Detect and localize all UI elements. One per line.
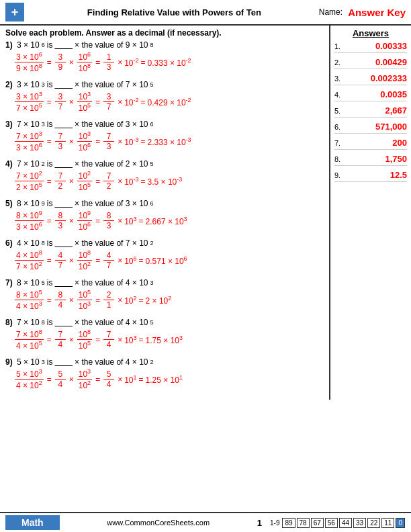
frac-step1: 7 4 bbox=[55, 330, 66, 349]
eq2: = bbox=[95, 216, 100, 226]
frac-step2: 108 105 bbox=[77, 328, 92, 351]
exp-pre: 3 bbox=[42, 121, 45, 128]
frac-main: 5 × 103 4 × 102 bbox=[15, 368, 44, 390]
exp-pre: 6 bbox=[42, 42, 45, 48]
frac-step1: 8 4 bbox=[55, 290, 66, 310]
exp-post: 8 bbox=[150, 42, 153, 48]
eq2: = bbox=[95, 375, 100, 384]
eq1: = bbox=[47, 137, 52, 146]
times1: × bbox=[69, 256, 74, 265]
instruction: Solve each problem. Answer as a decimal … bbox=[5, 28, 324, 38]
step5-val: 1.75 × 103 bbox=[146, 335, 183, 345]
frac-den: 3 × 106 bbox=[15, 221, 44, 232]
problem-num: 2) bbox=[5, 80, 13, 89]
problem-num: 1) bbox=[5, 40, 13, 50]
times2: × bbox=[118, 296, 122, 305]
exp-post: 6 bbox=[150, 121, 153, 128]
problem-num: 6) bbox=[5, 238, 13, 248]
answer-item-3: 3. 0.002333 bbox=[334, 73, 407, 85]
frac-step3: 8 3 bbox=[103, 211, 114, 230]
frac-step3: 2 1 bbox=[103, 290, 114, 310]
fraction-work-8: 7 × 108 4 × 105 = 7 4 × 108 105 = 7 4 × … bbox=[13, 328, 324, 351]
times2: × bbox=[118, 256, 122, 265]
eq2: = bbox=[95, 256, 100, 265]
problem-line-3: 3) 7 × 103 is × the value of 3 × 106 bbox=[5, 120, 324, 129]
answer-num: 6. bbox=[334, 123, 345, 131]
frac-step3: 7 4 bbox=[103, 330, 114, 349]
exp-pre: 8 bbox=[42, 240, 45, 247]
step4-exp: 10-3 bbox=[124, 136, 138, 147]
blank bbox=[54, 80, 73, 89]
footer-url: www.CommonCoreSheets.com bbox=[68, 519, 249, 527]
answer-num: 9. bbox=[334, 171, 345, 179]
blank bbox=[54, 40, 73, 50]
times1: × bbox=[69, 296, 74, 305]
logo: + bbox=[5, 3, 24, 21]
problem-4: 4) 7 × 102 is × the value of 2 × 105 7 ×… bbox=[5, 159, 324, 192]
page: + Finding Relative Value with Powers of … bbox=[0, 0, 411, 532]
step4-exp: 10-2 bbox=[124, 57, 138, 68]
times1: × bbox=[69, 97, 74, 107]
frac-den: 7 × 105 bbox=[15, 102, 44, 113]
answer-item-9: 9. 12.5 bbox=[334, 170, 407, 182]
eq3: = bbox=[141, 97, 146, 107]
frac-den: 7 × 102 bbox=[15, 261, 44, 271]
answer-value: 0.0035 bbox=[345, 89, 407, 99]
page-title: Finding Relative Value with Powers of Te… bbox=[30, 7, 319, 17]
step4-exp: 101 bbox=[124, 374, 136, 385]
score-box-7: 11 bbox=[381, 518, 394, 528]
score-box-5: 33 bbox=[353, 518, 366, 528]
problem-num: 5) bbox=[5, 199, 13, 208]
problem-line-4: 4) 7 × 102 is × the value of 2 × 105 bbox=[5, 159, 324, 169]
step4-exp: 102 bbox=[124, 295, 136, 306]
eq1: = bbox=[47, 335, 52, 345]
exp-pre: 2 bbox=[42, 161, 45, 167]
exp-pre: 3 bbox=[42, 359, 45, 365]
exp-pre: 8 bbox=[42, 319, 45, 326]
blank bbox=[54, 357, 73, 367]
frac-main: 3 × 103 7 × 105 bbox=[15, 91, 44, 113]
fraction-work-4: 7 × 102 2 × 105 = 7 2 × 102 105 = 7 2 × … bbox=[13, 170, 324, 192]
problem-line-6: 6) 4 × 108 is × the value of 7 × 102 bbox=[5, 238, 324, 248]
exp-post: 5 bbox=[150, 319, 153, 326]
eq2: = bbox=[95, 58, 100, 67]
answer-item-5: 5. 2,667 bbox=[334, 105, 407, 118]
step5-val: 3.5 × 10-3 bbox=[148, 176, 183, 187]
answer-num: 5. bbox=[334, 107, 345, 115]
answer-value: 0.00429 bbox=[345, 57, 407, 67]
exp-post: 3 bbox=[150, 279, 153, 286]
blank bbox=[54, 199, 73, 208]
frac-step1: 3 7 bbox=[55, 92, 66, 112]
frac-step3: 4 7 bbox=[103, 251, 114, 270]
answer-item-7: 7. 200 bbox=[334, 138, 407, 150]
score-box-2: 67 bbox=[311, 518, 324, 528]
blank bbox=[54, 238, 73, 248]
score-box-4: 44 bbox=[339, 518, 352, 528]
problem-1: 1) 3 × 106 is × the value of 9 × 108 3 ×… bbox=[5, 40, 324, 73]
frac-main: 7 × 103 3 × 106 bbox=[15, 130, 44, 152]
frac-step1: 7 2 bbox=[55, 171, 66, 191]
answer-num: 1. bbox=[334, 42, 345, 50]
answer-num: 7. bbox=[334, 139, 345, 147]
score-range: 1-9 bbox=[270, 519, 279, 527]
exp-pre: 9 bbox=[42, 200, 45, 207]
blank bbox=[54, 318, 73, 327]
frac-step3: 3 7 bbox=[103, 92, 114, 112]
problem-line-9: 9) 5 × 103 is × the value of 4 × 102 bbox=[5, 357, 324, 367]
eq2: = bbox=[95, 177, 100, 186]
header: + Finding Relative Value with Powers of … bbox=[0, 0, 411, 26]
answer-item-8: 8. 1,750 bbox=[334, 154, 407, 166]
frac-main: 7 × 102 2 × 105 bbox=[15, 170, 44, 192]
times1: × bbox=[69, 216, 74, 226]
frac-num: 3 × 103 bbox=[15, 91, 44, 102]
exp-post: 6 bbox=[150, 200, 153, 207]
frac-step3: 7 3 bbox=[103, 132, 114, 151]
eq3: = bbox=[141, 137, 146, 146]
frac-step3: 7 2 bbox=[103, 171, 114, 191]
score-box-8: 0 bbox=[396, 518, 405, 528]
frac-step2: 103 102 bbox=[77, 368, 92, 390]
frac-step2: 105 103 bbox=[77, 289, 92, 311]
answer-num: 4. bbox=[334, 91, 345, 99]
frac-num: 7 × 102 bbox=[15, 170, 44, 181]
frac-step3: 1 3 bbox=[103, 52, 114, 72]
